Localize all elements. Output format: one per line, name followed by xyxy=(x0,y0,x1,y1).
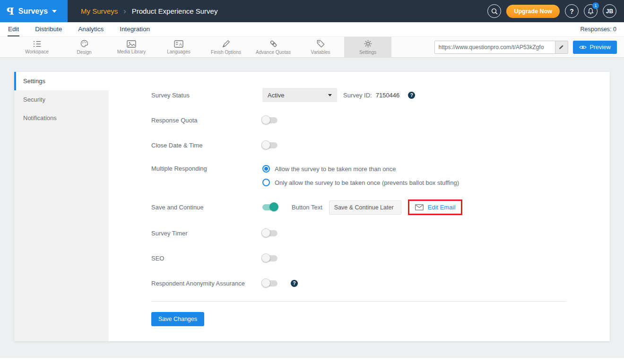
tab-analytics[interactable]: Analytics xyxy=(78,22,104,36)
upgrade-now-button[interactable]: Upgrade Now xyxy=(506,5,560,18)
question-mark-icon: ? xyxy=(570,8,574,15)
row-survey-timer: Survey Timer xyxy=(151,226,566,240)
tab-integration[interactable]: Integration xyxy=(119,22,150,36)
anonymity-toggle[interactable] xyxy=(262,280,277,286)
settings-card: Settings Security Notifications Survey S… xyxy=(14,72,610,341)
toolbar-item-settings[interactable]: Settings xyxy=(344,37,391,57)
toolbar-item-label: Design xyxy=(77,50,91,55)
pencil-icon xyxy=(222,39,231,48)
edit-email-annotation-highlight: Edit Email xyxy=(408,199,463,215)
close-date-label: Close Date & Time xyxy=(151,142,262,149)
anonymity-label: Respondent Anonymity Assurance xyxy=(151,280,262,287)
toggle-knob xyxy=(261,140,270,149)
help-button[interactable]: ? xyxy=(565,4,579,18)
survey-id-label: Survey ID: xyxy=(343,92,372,99)
radio-button-icon xyxy=(262,179,270,186)
survey-url-box xyxy=(434,41,568,54)
top-bar: P Surveys My Surveys › Product Experienc… xyxy=(0,0,624,22)
radio-label: Only allow the survey to be taken once (… xyxy=(275,179,459,186)
toolbar-item-languages[interactable]: A Languages xyxy=(155,37,202,57)
tab-distribute[interactable]: Distribute xyxy=(35,22,62,36)
search-icon xyxy=(491,8,498,15)
multiple-responding-options: Allow the survey to be taken more than o… xyxy=(262,163,459,186)
toolbar-item-variables[interactable]: Variables xyxy=(297,37,344,57)
tab-edit[interactable]: Edit xyxy=(8,22,19,36)
tab-distribute-label: Distribute xyxy=(35,26,62,33)
responses-count: Responses: 0 xyxy=(581,22,616,36)
toolbar-item-label: Workspace xyxy=(25,49,49,54)
radio-label: Allow the survey to be taken more than o… xyxy=(275,165,396,173)
row-response-quota: Response Quota xyxy=(151,113,566,127)
tag-icon xyxy=(316,39,325,48)
eye-icon xyxy=(579,45,587,50)
sidebar-item-settings[interactable]: Settings xyxy=(14,72,109,90)
questionpro-logo-icon: P xyxy=(7,6,14,16)
survey-url-input[interactable] xyxy=(435,44,555,51)
breadcrumb-my-surveys[interactable]: My Surveys xyxy=(81,7,118,15)
sidebar-item-security[interactable]: Security xyxy=(14,90,109,109)
toolbar-item-finish-options[interactable]: Finish Options xyxy=(202,37,250,57)
toolbar-item-media-library[interactable]: Media Library xyxy=(108,37,155,57)
pencil-icon xyxy=(559,44,564,50)
svg-text:A: A xyxy=(179,42,182,47)
settings-form: Survey Status Active Survey ID: 7150446 … xyxy=(109,72,610,341)
survey-status-dropdown[interactable]: Active xyxy=(262,88,337,102)
seo-toggle[interactable] xyxy=(262,255,277,261)
toolbar-item-label: Advance Quotas xyxy=(256,50,291,55)
row-save-and-continue: Save and Continue Button Text Edit Email xyxy=(151,199,566,215)
palette-icon xyxy=(80,39,89,48)
row-seo: SEO xyxy=(151,251,566,265)
tab-edit-label: Edit xyxy=(8,26,19,33)
survey-id-help-icon[interactable]: ? xyxy=(408,92,415,99)
notifications-button[interactable]: 1 xyxy=(584,4,598,18)
preview-button[interactable]: Preview xyxy=(573,41,617,54)
translate-icon: A xyxy=(174,40,183,48)
toggle-knob xyxy=(261,253,270,262)
breadcrumb-survey-title: Product Experience Survey xyxy=(132,7,218,15)
close-date-toggle[interactable] xyxy=(262,142,277,148)
sidebar-item-notifications[interactable]: Notifications xyxy=(14,109,109,127)
response-quota-label: Response Quota xyxy=(151,117,262,124)
multiple-responding-label: Multiple Responding xyxy=(151,163,262,172)
edit-toolbar: Workspace Design Media Library A Languag… xyxy=(0,37,624,58)
chevron-down-icon xyxy=(52,10,57,13)
topbar-actions: Upgrade Now ? 1 JB xyxy=(487,4,624,18)
tab-integration-label: Integration xyxy=(120,26,150,33)
avatar[interactable]: JB xyxy=(603,4,616,18)
search-button[interactable] xyxy=(487,4,501,18)
image-icon xyxy=(127,40,136,48)
question-mark-icon: ? xyxy=(293,281,295,286)
edit-email-link[interactable]: Edit Email xyxy=(428,204,456,211)
sidebar-item-label: Security xyxy=(23,96,45,103)
toolbar-item-workspace[interactable]: Workspace xyxy=(13,37,61,57)
row-survey-status: Survey Status Active Survey ID: 7150446 … xyxy=(151,88,566,102)
radio-allow-once[interactable]: Only allow the survey to be taken once (… xyxy=(262,179,459,186)
toolbar-item-label: Variables xyxy=(311,50,330,55)
gear-icon xyxy=(364,39,373,48)
row-anonymity: Respondent Anonymity Assurance ? xyxy=(151,276,566,290)
survey-timer-toggle[interactable] xyxy=(262,230,277,236)
bell-icon xyxy=(587,8,594,15)
survey-id-value: 7150446 xyxy=(376,92,400,99)
save-continue-label: Save and Continue xyxy=(151,204,262,211)
section-nav: Edit Distribute Analytics Integration Re… xyxy=(0,22,624,37)
toolbar-right: Preview xyxy=(434,37,624,57)
toolbar-item-design[interactable]: Design xyxy=(61,37,108,57)
save-continue-toggle[interactable] xyxy=(262,204,277,210)
radio-button-icon xyxy=(262,165,270,173)
sidebar-item-label: Settings xyxy=(23,78,45,85)
product-switcher[interactable]: P Surveys xyxy=(0,0,68,22)
button-text-input[interactable] xyxy=(329,200,401,215)
response-quota-toggle[interactable] xyxy=(262,117,277,123)
seo-label: SEO xyxy=(151,255,262,262)
toggle-knob xyxy=(261,278,270,287)
workspace-icon xyxy=(33,40,42,48)
edit-url-button[interactable] xyxy=(555,41,568,53)
button-text-label: Button Text xyxy=(292,204,322,211)
question-mark-icon: ? xyxy=(410,93,413,98)
settings-sidebar: Settings Security Notifications xyxy=(14,72,109,341)
toolbar-item-advance-quotas[interactable]: Advance Quotas xyxy=(250,37,297,57)
radio-allow-multiple[interactable]: Allow the survey to be taken more than o… xyxy=(262,165,459,173)
save-changes-button[interactable]: Save Changes xyxy=(151,312,204,326)
anonymity-help-icon[interactable]: ? xyxy=(291,280,298,287)
